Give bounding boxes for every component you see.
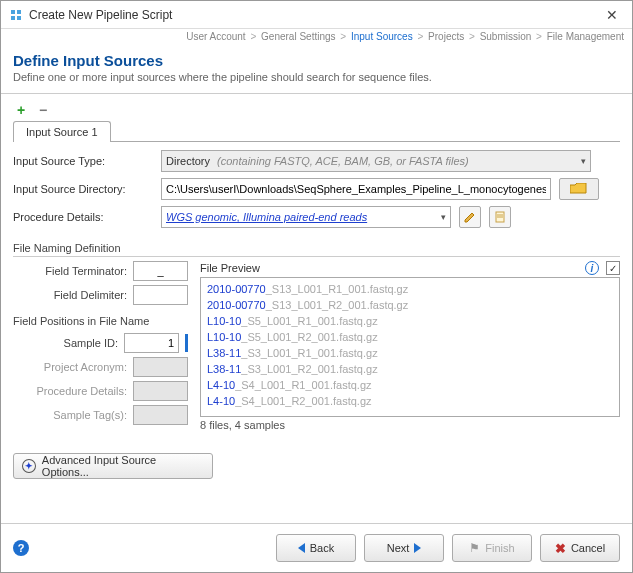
filename-rest: _S5_L001_R1_001.fastq.gz xyxy=(241,315,377,327)
sample-id-part: 2010-00770 xyxy=(207,283,266,295)
subhead-field-positions: Field Positions in File Name xyxy=(13,315,188,327)
field-delimiter-input[interactable] xyxy=(133,285,188,305)
breadcrumb-item[interactable]: File Management xyxy=(547,31,624,42)
titlebar: Create New Pipeline Script ✕ xyxy=(1,1,632,29)
tab-label: Input Source 1 xyxy=(26,126,98,138)
app-icon xyxy=(9,8,23,22)
help-icon[interactable]: ? xyxy=(13,540,29,556)
filename-rest: _S4_L001_R2_001.fastq.gz xyxy=(235,395,371,407)
filename-rest: _S13_L001_R2_001.fastq.gz xyxy=(266,299,409,311)
remove-tab-icon[interactable]: − xyxy=(35,102,51,118)
input-source-type-select[interactable]: Directory (containing FASTQ, ACE, BAM, G… xyxy=(161,150,591,172)
breadcrumb-item-active[interactable]: Input Sources xyxy=(351,31,413,42)
file-naming-controls: Field Terminator: Field Delimiter: Field… xyxy=(13,261,188,431)
file-preview-line[interactable]: L38-11_S3_L001_R1_001.fastq.gz xyxy=(207,346,613,362)
procedure-details-select[interactable]: WGS genomic, Illumina paired-end reads ▾ xyxy=(161,206,451,228)
chevron-right-icon: > xyxy=(250,31,256,42)
back-button[interactable]: Back xyxy=(276,534,356,562)
file-preview-line[interactable]: L38-11_S3_L001_R2_001.fastq.gz xyxy=(207,362,613,378)
file-preview-line[interactable]: L10-10_S5_L001_R2_001.fastq.gz xyxy=(207,330,613,346)
breadcrumb-item[interactable]: General Settings xyxy=(261,31,336,42)
info-icon[interactable]: i xyxy=(585,261,599,275)
cancel-button[interactable]: ✖ Cancel xyxy=(540,534,620,562)
section-file-naming: File Naming Definition xyxy=(13,242,620,257)
breadcrumb-item[interactable]: Projects xyxy=(428,31,464,42)
next-button[interactable]: Next xyxy=(364,534,444,562)
page-title: Define Input Sources xyxy=(13,52,620,69)
sample-id-part: L10-10 xyxy=(207,331,241,343)
flag-icon: ⚑ xyxy=(469,541,480,555)
chevron-right-icon: > xyxy=(469,31,475,42)
svg-rect-0 xyxy=(11,10,15,14)
add-tab-icon[interactable]: + xyxy=(13,102,29,118)
back-label: Back xyxy=(310,542,334,554)
sample-id-part: L4-10 xyxy=(207,395,235,407)
file-preview-summary: 8 files, 4 samples xyxy=(200,419,620,431)
select-all-checkbox[interactable]: ✓ xyxy=(606,261,620,275)
sample-tags-input[interactable] xyxy=(133,405,188,425)
label-sample-id: Sample ID: xyxy=(13,337,118,349)
cancel-icon: ✖ xyxy=(555,541,566,556)
file-preview-line[interactable]: 2010-00770_S13_L001_R2_001.fastq.gz xyxy=(207,298,613,314)
label-sample-tags: Sample Tag(s): xyxy=(13,409,127,421)
browse-button[interactable] xyxy=(559,178,599,200)
close-icon[interactable]: ✕ xyxy=(600,5,624,25)
label-project-acronym: Project Acronym: xyxy=(13,361,127,373)
edit-procedure-button[interactable] xyxy=(459,206,481,228)
filename-rest: _S3_L001_R2_001.fastq.gz xyxy=(241,363,377,375)
label-procedure-details-pos: Procedure Details: xyxy=(13,385,127,397)
breadcrumb: User Account > General Settings > Input … xyxy=(1,29,632,44)
label-input-source-type: Input Source Type: xyxy=(13,155,153,167)
project-acronym-input[interactable] xyxy=(133,357,188,377)
next-label: Next xyxy=(387,542,410,554)
body: + − Input Source 1 Input Source Type: Di… xyxy=(1,94,632,523)
procedure-details-pos-input[interactable] xyxy=(133,381,188,401)
file-preview-line[interactable]: 2010-00770_S13_L001_R1_001.fastq.gz xyxy=(207,282,613,298)
dialog: Create New Pipeline Script ✕ User Accoun… xyxy=(0,0,633,573)
chevron-right-icon: > xyxy=(340,31,346,42)
procedure-details-value: WGS genomic, Illumina paired-end reads xyxy=(166,211,435,223)
field-terminator-input[interactable] xyxy=(133,261,188,281)
svg-rect-3 xyxy=(17,16,21,20)
filename-rest: _S5_L001_R2_001.fastq.gz xyxy=(241,331,377,343)
sample-id-input[interactable] xyxy=(124,333,179,353)
chevron-right-icon: > xyxy=(417,31,423,42)
label-procedure-details: Procedure Details: xyxy=(13,211,153,223)
document-icon xyxy=(494,211,506,223)
advanced-options-label: Advanced Input Source Options... xyxy=(42,454,204,478)
form-area: Input Source Type: Directory (containing… xyxy=(13,142,620,479)
finish-label: Finish xyxy=(485,542,514,554)
sample-id-part: L4-10 xyxy=(207,379,235,391)
tab-input-source-1[interactable]: Input Source 1 xyxy=(13,121,111,142)
filename-rest: _S4_L001_R1_001.fastq.gz xyxy=(235,379,371,391)
label-input-source-directory: Input Source Directory: xyxy=(13,183,153,195)
input-source-directory-field[interactable] xyxy=(161,178,551,200)
advanced-options-button[interactable]: ✦ Advanced Input Source Options... xyxy=(13,453,213,479)
window-title: Create New Pipeline Script xyxy=(29,8,600,22)
file-preview-line[interactable]: L4-10_S4_L001_R1_001.fastq.gz xyxy=(207,378,613,394)
cancel-label: Cancel xyxy=(571,542,605,554)
filename-rest: _S13_L001_R1_001.fastq.gz xyxy=(266,283,409,295)
wizard-buttons: Back Next ⚑ Finish ✖ Cancel xyxy=(276,534,620,562)
arrow-left-icon xyxy=(298,543,305,553)
file-preview-panel: File Preview i ✓ 2010-00770_S13_L001_R1_… xyxy=(200,261,620,431)
sample-id-marker xyxy=(185,334,188,352)
label-field-delimiter: Field Delimiter: xyxy=(13,289,127,301)
chevron-right-icon: > xyxy=(536,31,542,42)
arrow-right-icon xyxy=(414,543,421,553)
gear-icon: ✦ xyxy=(22,459,36,473)
breadcrumb-item[interactable]: User Account xyxy=(186,31,245,42)
file-preview-line[interactable]: L10-10_S5_L001_R1_001.fastq.gz xyxy=(207,314,613,330)
breadcrumb-item[interactable]: Submission xyxy=(480,31,532,42)
select-hint: (containing FASTQ, ACE, BAM, GB, or FAST… xyxy=(217,155,469,167)
file-preview-title: File Preview xyxy=(200,262,260,274)
chevron-down-icon: ▾ xyxy=(441,212,446,222)
label-field-terminator: Field Terminator: xyxy=(13,265,127,277)
select-value: Directory xyxy=(166,155,210,167)
sample-id-part: L38-11 xyxy=(207,347,241,359)
file-preview-list[interactable]: 2010-00770_S13_L001_R1_001.fastq.gz2010-… xyxy=(200,277,620,417)
folder-icon xyxy=(570,183,588,195)
file-preview-line[interactable]: L4-10_S4_L001_R2_001.fastq.gz xyxy=(207,394,613,410)
filename-rest: _S3_L001_R1_001.fastq.gz xyxy=(241,347,377,359)
manage-procedure-button[interactable] xyxy=(489,206,511,228)
